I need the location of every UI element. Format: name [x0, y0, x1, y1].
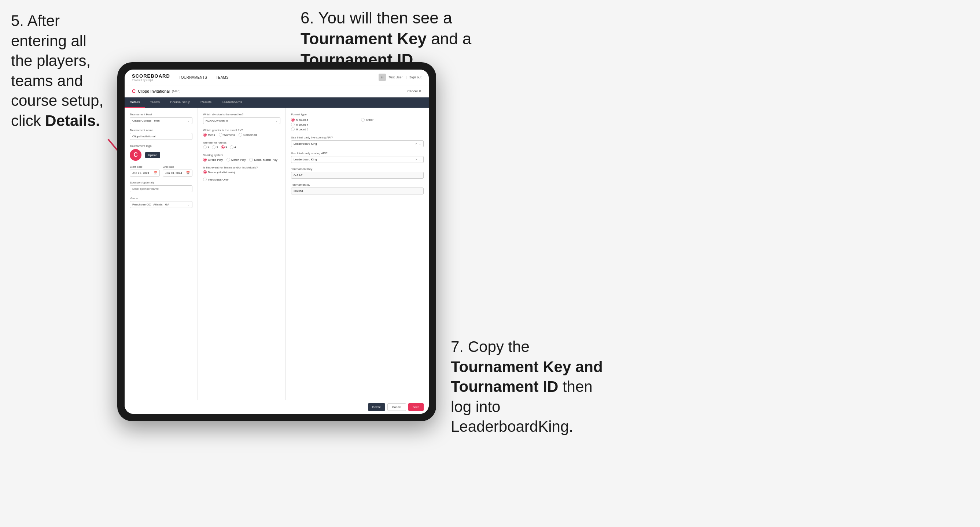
round-4[interactable]: 4 [230, 145, 235, 149]
tournament-key-value: 6efhb7 [291, 172, 424, 179]
third-party-1-value: Leaderboard King [294, 142, 317, 145]
nav-user: Test User [389, 75, 403, 79]
breadcrumb-icon: C [132, 88, 135, 94]
format-5count4[interactable]: 5 count 4 [291, 118, 354, 122]
gender-radio-group: Mens Womens Combined [203, 133, 280, 137]
third-party-1-label: Use third-party live scoring API? [291, 136, 424, 139]
api-actions-2: ✕ ⌄ [415, 158, 421, 161]
format-5count4-label: 5 count 4 [296, 118, 308, 122]
start-date-label: Start date [130, 165, 160, 168]
format-6count5-label: 6 count 5 [296, 128, 308, 131]
format-other[interactable]: Other [361, 118, 424, 122]
save-button[interactable]: Save [408, 403, 424, 411]
sponsor-input[interactable] [130, 185, 192, 192]
scoring-match-radio[interactable] [226, 158, 230, 162]
tournament-name-label: Tournament name [130, 129, 192, 132]
format-6count5[interactable]: 6 count 5 [291, 127, 354, 131]
sponsor-label: Sponsor (optional) [130, 181, 192, 184]
gender-combined[interactable]: Combined [239, 133, 256, 137]
teams-individuals-radio[interactable] [203, 178, 207, 181]
third-party-2-value: Leaderboard King [294, 158, 317, 161]
api-clear-2[interactable]: ✕ [415, 158, 417, 161]
third-party-1-input[interactable]: Leaderboard King ✕ ⌄ [291, 140, 424, 147]
tab-course-setup[interactable]: Course Setup [165, 97, 195, 108]
venue-value: Peachtree GC - Atlanta - GA [132, 203, 169, 206]
third-party-2-label: Use third-party scoring API? [291, 152, 424, 155]
tournament-host-label: Tournament Host [130, 113, 192, 116]
scoring-radio-group: Stroke Play Match Play Medal Match Play [203, 158, 280, 162]
nav-link-teams[interactable]: TEAMS [216, 75, 228, 79]
tournament-logo-label: Tournament logo [130, 144, 192, 148]
tablet: SCOREBOARD Powered by clippd TOURNAMENTS… [117, 62, 436, 421]
top-nav: SCOREBOARD Powered by clippd TOURNAMENTS… [125, 70, 429, 85]
tab-leaderboards[interactable]: Leaderboards [216, 97, 247, 108]
tournament-name-value: Clippd Invitational [132, 135, 155, 138]
format-6count5-radio[interactable] [291, 127, 295, 131]
breadcrumb-text: Clippd Invitational [138, 89, 170, 94]
format-6count4-label: 6 count 4 [296, 123, 308, 126]
tournament-host-chevron: ⌄ [188, 119, 190, 122]
gender-mens-radio[interactable] [203, 133, 207, 137]
api-chevron-1[interactable]: ⌄ [419, 143, 421, 145]
start-date-input[interactable]: Jan 21, 2024 📅 [130, 170, 160, 176]
scoring-medal-radio[interactable] [249, 158, 253, 162]
tournament-host-input[interactable]: Clippd College - Men ⌄ [130, 117, 192, 124]
gender-mens[interactable]: Mens [203, 133, 215, 137]
round-3-radio[interactable] [221, 145, 225, 149]
division-input[interactable]: NCAA Division III ⌄ [203, 117, 280, 124]
cancel-button[interactable]: Cancel [387, 403, 406, 411]
nav-sign-out[interactable]: Sign out [409, 75, 422, 79]
round-1[interactable]: 1 [203, 145, 209, 149]
format-5count4-radio[interactable] [291, 118, 295, 122]
delete-button[interactable]: Delete [368, 403, 385, 411]
brand-sub: Powered by clippd [132, 79, 170, 81]
tab-details[interactable]: Details [125, 97, 145, 108]
venue-input[interactable]: Peachtree GC - Atlanta - GA ⌄ [130, 201, 192, 208]
format-6count4-radio[interactable] [291, 123, 295, 126]
breadcrumb-bar: C Clippd Invitational (Men) Cancel ✕ [125, 85, 429, 97]
api-clear-1[interactable]: ✕ [415, 143, 417, 145]
gender-womens-label: Womens [224, 133, 235, 137]
teams-plus-label: Teams (+Individuals) [208, 171, 235, 174]
round-1-radio[interactable] [203, 145, 207, 149]
format-6count4[interactable]: 6 count 4 [291, 123, 354, 126]
round-3[interactable]: 3 [221, 145, 227, 149]
cancel-top-button[interactable]: Cancel ✕ [407, 89, 422, 93]
gender-womens[interactable]: Womens [219, 133, 235, 137]
gender-group: Which gender is the event for? Mens Wome… [203, 129, 280, 137]
tournament-key-label: Tournament Key [291, 167, 424, 171]
tournament-id-value: 302051 [291, 187, 424, 194]
api-chevron-2[interactable]: ⌄ [419, 158, 421, 161]
start-date-field: Start date Jan 21, 2024 📅 [130, 165, 160, 176]
annotation-left-bold: Details. [45, 112, 100, 129]
calendar-icon-end: 📅 [186, 171, 190, 175]
format-other-radio[interactable] [361, 118, 365, 122]
third-party-2-input[interactable]: Leaderboard King ✕ ⌄ [291, 156, 424, 163]
nav-link-tournaments[interactable]: TOURNAMENTS [179, 75, 207, 79]
tab-teams[interactable]: Teams [145, 97, 165, 108]
round-2[interactable]: 2 [212, 145, 218, 149]
teams-plus-individuals[interactable]: Teams (+Individuals) [203, 170, 235, 174]
format-other-label: Other [366, 118, 374, 122]
end-date-input[interactable]: Jan 23, 2024 📅 [163, 170, 193, 176]
gender-womens-radio[interactable] [219, 133, 223, 137]
teams-individuals-only[interactable]: Individuals Only [203, 178, 228, 181]
scoring-stroke-radio[interactable] [203, 158, 207, 162]
scoring-medal-match[interactable]: Medal Match Play [249, 158, 277, 162]
gender-combined-radio[interactable] [239, 133, 242, 137]
nav-avatar: SI [379, 74, 386, 81]
teams-radio-group: Teams (+Individuals) Individuals Only [203, 170, 280, 181]
upload-button[interactable]: Upload [145, 152, 160, 158]
round-1-label: 1 [207, 146, 209, 149]
scoring-match[interactable]: Match Play [226, 158, 246, 162]
end-date-value: Jan 23, 2024 [165, 171, 182, 175]
tournament-host-value: Clippd College - Men [132, 119, 160, 122]
teams-plus-radio[interactable] [203, 170, 207, 174]
round-2-radio[interactable] [212, 145, 215, 149]
scoring-stroke[interactable]: Stroke Play [203, 158, 223, 162]
tournament-name-input[interactable]: Clippd Invitational [130, 133, 192, 140]
round-4-radio[interactable] [230, 145, 234, 149]
breadcrumb-title: C Clippd Invitational (Men) [132, 88, 180, 94]
division-label: Which division is the event for? [203, 113, 280, 116]
tab-results[interactable]: Results [195, 97, 216, 108]
